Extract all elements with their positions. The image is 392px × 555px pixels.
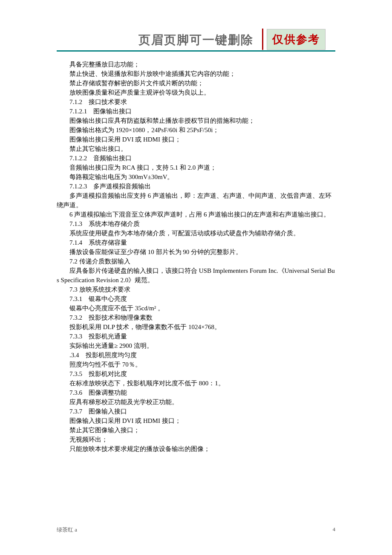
body-line: 只能放映本技术要求规定的播放设备输出的图像； bbox=[57, 444, 335, 454]
body-line: 7.3 放映系统技术要求 bbox=[57, 285, 335, 294]
body-line: 图像输出格式为 1920×1080，24PsF/60i 和 25PsF/50i； bbox=[57, 125, 335, 135]
body-line: 7.1.2.3 多声道模拟音频输出 bbox=[57, 182, 335, 191]
body-line: 禁止快进、快退播放和影片放映中途插播其它内容的功能； bbox=[57, 69, 335, 78]
body-line: 7.1.2.1 图像输出接口 bbox=[57, 107, 335, 116]
body-line: 7.1.3 系统本地存储介质 bbox=[57, 219, 335, 228]
header-stamp: 仅供参考 bbox=[267, 29, 326, 50]
body-line: 图像输出接口应具有防盗版和禁止播放非授权节目的措施和功能； bbox=[57, 116, 335, 125]
body-line: 音频输出接口应为 RCA 接口，支持 5.1 和 2.0 声道； bbox=[57, 163, 335, 172]
body-line: 播放设备应能保证至少存储 10 部片长为 90 分钟的完整影片。 bbox=[57, 247, 335, 257]
body-line: .3.4 投影机照度均匀度 bbox=[57, 350, 335, 360]
body-line: 禁止其它图像输入接口； bbox=[57, 425, 335, 435]
body-line: 7.3.1 银幕中心亮度 bbox=[57, 294, 335, 304]
body-line: 7.3.6 图像调整功能 bbox=[57, 388, 335, 397]
page-number: 4 bbox=[333, 526, 336, 533]
body-line: 每路额定输出电压为 300mV±30mV。 bbox=[57, 172, 335, 182]
body-line: 无视频环出； bbox=[57, 435, 335, 444]
header-stamp-wrapper: 仅供参考 bbox=[262, 29, 326, 50]
header-underline bbox=[57, 50, 335, 52]
body-line: 应具有梯形校正功能及光学校正功能。 bbox=[57, 397, 335, 407]
body-line: 禁止其它输出接口。 bbox=[57, 144, 335, 153]
footer-left: 绿茶红 a bbox=[57, 526, 77, 533]
body-line: 系统应使用硬盘作为本地存储介质，可配置活动或移动式硬盘作为辅助存储介质。 bbox=[57, 228, 335, 238]
body-line: 7.1.4 系统存储容量 bbox=[57, 238, 335, 247]
body-line: 7.2 传递介质数据输入 bbox=[57, 257, 335, 266]
stamp-divider bbox=[262, 29, 263, 50]
body-line: 7.3.5 投影机对比度 bbox=[57, 369, 335, 379]
document-body: 具备完整播放日志功能；禁止快进、快退播放和影片放映中途插播其它内容的功能；禁止存… bbox=[57, 60, 335, 454]
body-line: 照度均匀性不低于 70％。 bbox=[57, 360, 335, 369]
body-line: 银幕中心亮度应不低于 35cd/m² 。 bbox=[57, 304, 335, 313]
body-line: 7.3.2 投影技术和物理像素数 bbox=[57, 313, 335, 322]
body-line: 图像输入接口采用 DVI 或 HDMI 接口； bbox=[57, 416, 335, 425]
body-line: 7.1.2.2 音频输出接口 bbox=[57, 153, 335, 163]
body-line: 实际输出光通量≥ 2900 流明。 bbox=[57, 341, 335, 350]
body-line: 7.3.3 投影机光通量 bbox=[57, 332, 335, 341]
header-title: 页眉页脚可一键删除 bbox=[138, 32, 254, 48]
body-line: 具备完整播放日志功能； bbox=[57, 60, 335, 69]
body-line: 6 声道模拟输出下混音至立体声双声道时，占用 6 声道输出接口的左声道和右声道输… bbox=[57, 210, 335, 219]
body-line: 多声道模拟音频输出应支持 6 声道输出，即：左声道、右声道、中间声道、次低音声道… bbox=[57, 191, 335, 210]
body-line: 7.1.2 接口技术要求 bbox=[57, 97, 335, 107]
body-line: 图像输出接口采用 DVI 或 HDMI 接口； bbox=[57, 135, 335, 144]
body-line: 放映图像质量和还声质量主观评价等级为良以上。 bbox=[57, 88, 335, 97]
page-header: 页眉页脚可一键删除 仅供参考 bbox=[0, 32, 392, 48]
page-footer: 绿茶红 a 4 bbox=[57, 526, 335, 534]
body-line: 7.3.7 图像输入接口 bbox=[57, 407, 335, 416]
body-line: 禁止存储或暂存解密的影片文件或片断的功能； bbox=[57, 78, 335, 88]
body-line: 在标准放映状态下，投影机顺序对比度不低于 800：1。 bbox=[57, 379, 335, 388]
body-line: 投影机采用 DLP 技术，物理像素数不低于 1024×768。 bbox=[57, 322, 335, 332]
body-line: 应具备影片传递硬盘的输入接口，该接口符合 USB Implementers Fo… bbox=[57, 266, 335, 285]
